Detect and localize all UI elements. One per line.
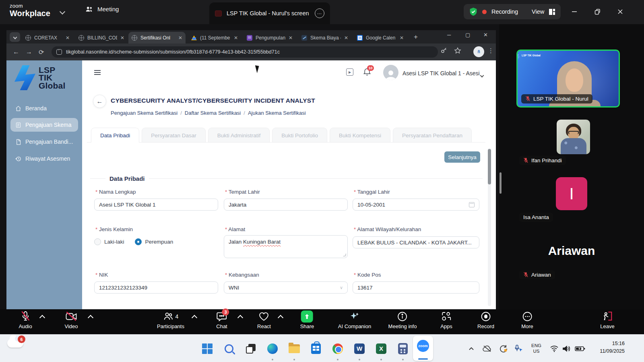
tab-bukti-kompetensi[interactable]: Bukti Kompetensi [330,128,390,143]
textarea-alamat[interactable]: Jalan Kuningan Barat [224,235,348,258]
recording-label[interactable]: Recording [491,8,518,15]
tab-persyaratan-pendaftaran[interactable]: Persyaratan Pendaftaran [393,128,472,143]
browser-tab-skema-biaya[interactable]: Skema Biaya - ✕ [298,32,351,43]
browser-close-button[interactable]: ✕ [483,32,488,38]
microsoft-store-button[interactable] [305,335,327,362]
back-icon[interactable]: ← [13,48,19,56]
weather-widget[interactable]: 6 [7,339,23,348]
security-shield-icon[interactable] [469,7,477,16]
more-button[interactable]: More [521,311,533,329]
tab-close-icon[interactable]: ✕ [400,35,404,41]
chat-options-chevron[interactable] [237,315,243,321]
browser-tab-billing[interactable]: BILLING_COD ✕ [75,32,128,43]
radio-laki-laki[interactable] [94,238,101,245]
audio-options-chevron[interactable] [39,315,45,321]
excel-button[interactable]: X [370,335,392,362]
zoom-app-button-active[interactable]: zoom [413,336,433,361]
voice-access-icon[interactable] [514,335,523,362]
radio-label[interactable]: Laki-laki [104,239,124,245]
battery-icon[interactable] [575,335,585,362]
back-button[interactable]: ← [93,95,106,108]
ai-companion-button[interactable]: AI Companion [338,311,371,329]
video-options-chevron[interactable] [88,315,93,321]
react-options-chevron[interactable] [278,315,283,321]
chat-button[interactable]: 3 Chat [216,311,227,329]
video-button[interactable]: Video [64,311,78,329]
share-button[interactable]: Share [300,311,314,329]
participants-options-chevron[interactable] [192,315,197,321]
workspace-chevron-down-icon[interactable] [60,9,65,14]
edge-button[interactable] [262,335,283,362]
tab-close-icon[interactable]: ✕ [66,35,70,41]
onedrive-paused-icon[interactable] [482,335,492,362]
audio-button[interactable]: Audio [19,311,32,329]
file-explorer-button[interactable] [283,335,305,362]
hamburger-menu-icon[interactable] [94,70,101,75]
sidebar-item-beranda[interactable]: Beranda [10,101,78,115]
leave-button[interactable]: Leave [600,311,614,329]
tab-close-icon[interactable]: ✕ [344,35,348,41]
record-button[interactable]: Record [477,311,494,329]
language-indicator[interactable]: ENGUS [531,335,541,362]
input-tanggal-lahir[interactable]: 10-05-2001 [353,199,479,211]
browser-tab-pengumpulan[interactable]: Pengumpulan ✕ [244,32,296,43]
browser-tab-coretax[interactable]: CORETAX ✕ [22,32,73,43]
sidebar-item-riwayat-asesmen[interactable]: Riwayat Asesmen [10,152,78,165]
user-avatar[interactable] [383,65,398,80]
video-tile-nurul[interactable]: LSP TIK Global LSP TIK Global - Nurul [516,50,620,108]
tab-close-icon[interactable]: ✕ [234,35,238,41]
react-button[interactable]: React [257,311,271,329]
sidebar-item-pengajuan-banding[interactable]: Pengajuan Bandi... [10,135,78,149]
browser-menu-icon[interactable]: ⋮ [488,47,494,54]
select-kebangsaan[interactable]: WNI∨ [224,281,348,294]
resize-handle-icon[interactable] [343,253,346,257]
tab-bukti-portofolio[interactable]: Bukti Portofolio [272,128,327,143]
user-name[interactable]: Asesi LSP TIK Global 1 - Asesi [402,70,480,77]
tab-close-icon[interactable]: ✕ [178,35,182,41]
tab-close-icon[interactable]: ✕ [120,35,124,41]
tab-bukti-administratif[interactable]: Bukti Administratif [208,128,270,143]
new-tab-button[interactable]: + [414,33,418,41]
avatar-tile-isa[interactable]: I [556,177,587,210]
present-screen-icon[interactable]: ▶ [346,68,353,76]
meeting-info-button[interactable]: Meeting info [388,311,417,329]
calculator-button[interactable] [392,335,414,362]
participants-button[interactable]: 4 Participants [157,311,184,329]
sidebar-item-pengajuan-skema[interactable]: Pengajuan Skema [10,118,78,132]
input-alamat-wilayah[interactable]: LEBAK BULUS - CILANDAK - KOTA JAKART... [353,236,479,248]
input-nik[interactable]: 1212321232123349 [94,281,218,294]
window-minimize-button[interactable] [569,6,580,17]
browser-minimize-button[interactable]: ─ [447,32,451,38]
address-bar[interactable]: tikglobal.nasonline.id/scheme-submission… [52,46,438,58]
user-menu-chevron-icon[interactable] [481,71,483,79]
next-button[interactable]: Selanjutnya [444,151,480,163]
window-restore-button[interactable] [592,6,603,17]
tab-search-button[interactable] [10,32,20,42]
input-kode-pos[interactable]: 13617 [353,281,479,294]
radio-perempuan-checked[interactable] [135,238,142,245]
view-button[interactable]: View [532,8,544,15]
reload-icon[interactable]: ⟳ [39,48,44,56]
tab-data-pribadi[interactable]: Data Pribadi [91,128,139,143]
chrome-button[interactable] [327,335,349,362]
tab-persyaratan-dasar[interactable]: Persyaratan Dasar [142,128,206,143]
volume-icon[interactable] [562,335,571,362]
search-button[interactable] [218,335,240,362]
task-view-button[interactable] [240,335,262,362]
breadcrumb-item[interactable]: Daftar Skema Sertifikasi [185,110,241,116]
tab-close-icon[interactable]: ✕ [289,35,293,41]
breadcrumb-item[interactable]: Pengajuan Skema Sertifikasi [111,110,178,116]
shared-screen-tab[interactable]: LSP TIK Global - Nurul's screen … [209,2,330,24]
participant-display-name[interactable]: Ariawan [499,244,644,258]
sync-status-icon[interactable] [499,335,508,362]
forward-icon[interactable]: → [26,48,32,56]
site-info-icon[interactable] [56,49,62,55]
notifications-bell[interactable]: 10 [363,68,371,78]
browser-tab-sertifikasi-active[interactable]: Sertifikasi Onl ✕ [128,32,186,43]
browser-tab-calendar[interactable]: Google Calen ✕ [354,32,407,43]
tray-chevron-up[interactable] [469,335,474,362]
taskbar-clock[interactable]: 15:16 11/09/2025 [588,340,625,356]
breadcrumb-item[interactable]: Ajukan Skema Sertifikasi [248,110,306,116]
word-button[interactable]: W [349,335,370,362]
input-nama-lengkap[interactable]: Asesi LSP TIK Global 1 [94,199,218,211]
